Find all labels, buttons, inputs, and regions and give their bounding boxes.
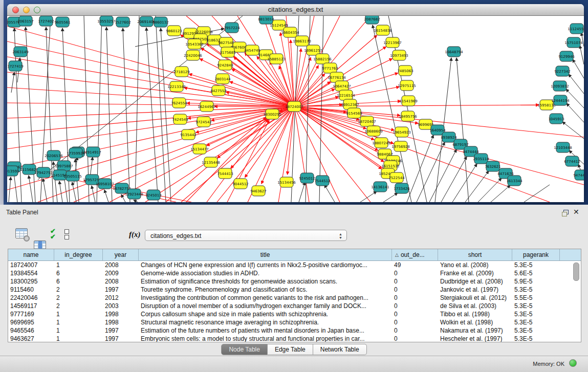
table-cell[interactable]: 5.3E-5	[512, 286, 560, 294]
graph-node[interactable]: 10553257	[97, 16, 116, 26]
table-cell[interactable]: de Silva et al. (2003)	[438, 302, 512, 310]
table-cell[interactable]: 1997	[103, 326, 139, 335]
table-cell[interactable]: 5.3E-5	[512, 302, 560, 310]
graph-node[interactable]: 10688609	[364, 126, 383, 136]
graph-node[interactable]: 7424549	[172, 114, 188, 124]
table-options-icon[interactable]	[15, 228, 29, 240]
graph-node[interactable]: 3175685	[220, 47, 235, 57]
graph-node[interactable]: 7624554	[171, 98, 187, 108]
graph-node[interactable]: 1914917	[85, 147, 101, 157]
column-header-name[interactable]: name	[8, 249, 54, 260]
table-row[interactable]: 946554611997Estimation of the future num…	[8, 326, 581, 335]
graph-node[interactable]: 15885123	[267, 54, 286, 64]
graph-node[interactable]: 2803144	[214, 74, 231, 84]
table-cell[interactable]: Structural magnetic resonance image aver…	[139, 318, 392, 326]
graph-node[interactable]: 20206576	[45, 150, 63, 161]
column-header-title[interactable]: title	[139, 249, 392, 260]
graph-node[interactable]: 19975887	[55, 161, 73, 171]
graph-node[interactable]: 10973493	[390, 50, 408, 60]
table-cell[interactable]: 5.3E-5	[512, 318, 560, 326]
table-cell[interactable]: Disruption of a novel member of a sodium…	[139, 302, 392, 310]
graph-node[interactable]: 10647427	[333, 81, 351, 91]
table-cell[interactable]: 18724007	[8, 261, 54, 269]
table-row[interactable]: 1456911722003Disruption of a novel membe…	[8, 302, 581, 310]
table-cell[interactable]: 2008	[103, 277, 139, 286]
table-cell[interactable]: 1997	[103, 286, 139, 294]
table-cell[interactable]: 0	[392, 294, 438, 302]
graph-node[interactable]: 16154838	[374, 25, 392, 35]
graph-node[interactable]: 7632621	[485, 161, 500, 171]
network-canvas[interactable]: 9860123891295412226058982750910543362818…	[7, 16, 584, 202]
table-cell[interactable]: 49	[392, 261, 438, 269]
graph-node[interactable]: 9242848	[217, 60, 233, 70]
table-cell[interactable]: Investigating the contribution of common…	[139, 294, 392, 302]
table-cell[interactable]: 6	[54, 277, 103, 286]
table-cell[interactable]: Dudbridge et al. (2008)	[438, 277, 512, 286]
table-cell[interactable]: 1	[54, 310, 103, 318]
table-cell[interactable]: 9699695	[8, 318, 54, 326]
table-cell[interactable]: Tibbo et al. (1998)	[438, 310, 512, 318]
table-cell[interactable]: Embryonic stem cells: a model to study s…	[139, 335, 392, 342]
table-cell[interactable]: Jankovic et al. (1997)	[438, 286, 512, 294]
table-cell[interactable]: 2	[54, 302, 103, 310]
graph-node[interactable]: 18495756	[399, 111, 417, 121]
graph-node[interactable]: 16648794	[445, 47, 463, 57]
tab-edge-table[interactable]: Edge Table	[268, 344, 313, 355]
column-header-in_degree[interactable]: in_degree	[54, 249, 103, 260]
graph-node[interactable]: 1613344	[506, 176, 522, 186]
table-cell[interactable]: 18300295	[8, 277, 54, 286]
graph-node[interactable]: 9474412	[573, 170, 584, 180]
table-cell[interactable]: 1997	[103, 335, 139, 342]
graph-node[interactable]: 12213349	[167, 81, 186, 92]
graph-node[interactable]: 7485063	[397, 65, 413, 76]
table-cell[interactable]: 5.3E-5	[512, 335, 560, 342]
graph-node[interactable]: 9135442	[180, 129, 196, 140]
graph-node[interactable]: 2063157	[17, 16, 33, 26]
graph-node[interactable]: 12103448	[554, 142, 572, 152]
table-cell[interactable]: 1	[54, 335, 103, 342]
graph-node[interactable]: 22420046	[184, 50, 202, 60]
table-cell[interactable]: 9115460	[8, 286, 54, 294]
table-cell[interactable]: Hescheler et al. (1997)	[438, 335, 512, 342]
graph-node[interactable]: 18720407	[358, 116, 376, 126]
table-cell[interactable]: 0	[392, 286, 438, 294]
vertical-scrollbar[interactable]	[573, 261, 579, 338]
graph-node[interactable]: 11124550	[568, 24, 584, 34]
graph-node[interactable]: 2063149	[12, 47, 28, 57]
table-cell[interactable]: 2008	[103, 261, 139, 269]
table-cell[interactable]: 2	[54, 286, 103, 294]
graph-node[interactable]: 1045913	[548, 114, 564, 124]
table-cell[interactable]: 0	[392, 318, 438, 326]
table-cell[interactable]: 5.3E-5	[512, 326, 560, 335]
window-titlebar[interactable]: citations_edges.txt	[7, 4, 584, 16]
table-cell[interactable]: Wolkin et al. (1998)	[438, 318, 512, 326]
graph-node[interactable]: 10543362	[185, 39, 204, 49]
tab-node-table[interactable]: Node Table	[221, 344, 268, 355]
graph-node[interactable]: 9724542	[195, 117, 211, 127]
graph-node[interactable]: 16958107	[96, 179, 114, 189]
table-row[interactable]: 2242004622012Investigating the contribut…	[8, 294, 581, 302]
graph-node[interactable]: 19654923	[393, 127, 411, 137]
table-cell[interactable]: 9463627	[8, 335, 54, 342]
graph-node[interactable]: 9860132	[153, 17, 168, 27]
table-cell[interactable]: Estimation of the future numbers of pati…	[139, 326, 392, 335]
table-cell[interactable]: 2009	[103, 269, 139, 277]
table-cell[interactable]: 1	[54, 326, 103, 335]
table-cell[interactable]: 5.5E-5	[512, 294, 560, 302]
graph-node[interactable]: 6774412	[564, 156, 580, 166]
graph-node[interactable]: 9044512	[232, 179, 248, 189]
table-row[interactable]: 1872400712008Changes of HCN gene express…	[8, 261, 581, 269]
graph-node[interactable]: 15751074	[564, 37, 583, 48]
table-cell[interactable]: Nakamura et al. (1997)	[438, 326, 512, 335]
table-cell[interactable]: 5.9E-5	[512, 277, 560, 286]
graph-node[interactable]: 12093832	[551, 81, 569, 91]
graph-node[interactable]: 11541969	[399, 96, 418, 106]
table-cell[interactable]: 1	[54, 261, 103, 269]
graph-node[interactable]: 1727419	[7, 61, 23, 71]
node-table[interactable]: namein_degreeyeartitle△out_de...shortpag…	[8, 249, 581, 342]
table-row[interactable]: 911546021997Tourette syndrome. Phenomeno…	[8, 286, 581, 294]
table-cell[interactable]: Corpus callosum shape and size in male p…	[139, 310, 392, 318]
tab-network-table[interactable]: Network Table	[313, 344, 367, 355]
network-view-window[interactable]: citations_edges.txt 98601238912954122260…	[7, 4, 584, 202]
table-cell[interactable]: 1998	[103, 318, 139, 326]
